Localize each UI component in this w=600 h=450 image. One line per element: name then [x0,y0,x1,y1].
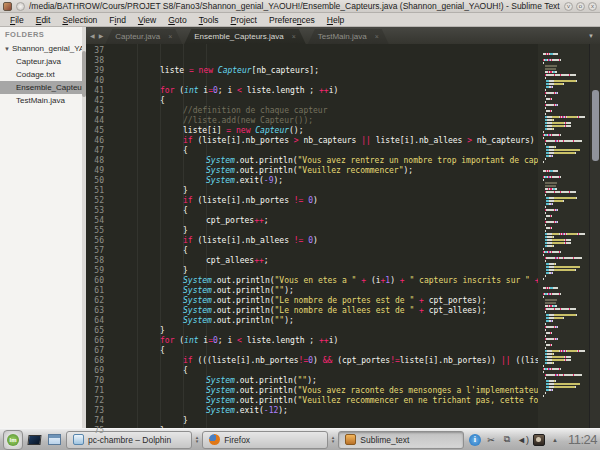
line-number: 57 [86,246,104,256]
task-button-dolphin[interactable]: pc-chambre – Dolphin [66,431,192,449]
task-scroll-arrows[interactable]: ▴▾ [331,436,336,443]
line-number: 61 [86,286,104,296]
line-number: 73 [86,406,104,416]
editor-column: ◀ ▶ Capteur.java×Ensemble_Capteurs.java×… [86,27,600,428]
minimap-line [540,134,587,136]
minimap-line [540,245,587,247]
minimap-line [540,392,587,394]
tab-close-icon[interactable]: × [168,33,172,40]
indent-guide [183,44,184,428]
editor-body[interactable]: 3738394041424344454647484950515253545556… [86,44,600,428]
menu-find[interactable]: Find [103,14,132,26]
tree-file-codage-txt[interactable]: Codage.txt [0,68,86,81]
code-line-37 [114,46,538,56]
menu-help[interactable]: Help [321,14,350,26]
window-menu-button[interactable] [16,2,25,11]
minimap-line [540,89,587,91]
minimap-line [540,368,587,370]
code-line-58: cpt_allees++; [114,256,538,266]
menu-preferences[interactable]: Preferences [263,14,321,26]
menu-file[interactable]: File [4,14,30,26]
menu-project[interactable]: Project [225,14,263,26]
minimap-line [540,230,587,232]
task-button-firefox[interactable]: Firefox [202,431,328,449]
minimap-line [540,359,587,361]
tab-scroll-right-icon[interactable]: ▶ [97,32,106,39]
mint-menu-button[interactable]: lm [3,430,23,450]
code-line-54: cpt_portes++; [114,216,538,226]
clock[interactable]: 11:24 [568,432,597,447]
line-number: 49 [86,166,104,176]
line-number: 42 [86,96,104,106]
tree-file-capteur-java[interactable]: Capteur.java [0,55,86,68]
minimap-line [540,59,587,61]
editor-scrollbar-thumb[interactable] [592,90,599,161]
minimap-line [540,329,587,331]
tab-overflow-icon[interactable]: ▼ [582,33,600,39]
task-label: Sublime_text [360,435,409,445]
user-photo-icon[interactable] [533,434,545,446]
code-line-68: if (((liste[i].nb_portes!=0) && (cpt_por… [114,356,538,366]
line-number: 53 [86,206,104,216]
minimap-line [540,380,587,382]
tree-folder-root[interactable]: ▼Shannon_genial_YAOUH! [0,42,86,55]
minimap-line [540,95,587,97]
tab-ensemble-capteurs-java[interactable]: Ensemble_Capteurs.java× [184,29,305,44]
minimap-line [540,146,587,148]
line-number: 59 [86,266,104,276]
minimap[interactable] [538,44,589,428]
close-button[interactable]: x [588,2,597,11]
minimap-line [540,77,587,79]
maximize-button[interactable]: o [576,2,585,11]
minimap-line [540,284,587,286]
menu-edit[interactable]: Edit [30,14,57,26]
tree-file-testmain-java[interactable]: TestMain.java [0,94,86,107]
code-area[interactable]: liste = new Capteur[nb_capteurs];for (in… [108,44,538,428]
task-scroll-arrows[interactable]: ▴▾ [195,436,200,443]
tray-expand-arrow-icon[interactable]: ▲ [549,434,561,446]
volume-icon[interactable]: ◄) [517,434,529,446]
line-number-gutter: 3738394041424344454647484950515253545556… [86,44,108,428]
info-icon[interactable]: i [469,434,481,446]
tab-close-icon[interactable]: × [375,33,379,40]
editor-scrollbar[interactable] [589,44,600,428]
code-line-55: } [114,226,538,236]
minimap-line [540,188,587,190]
folder-label: Shannon_genial_YAOUH! [12,44,86,53]
tab-capteur-java[interactable]: Capteur.java× [105,29,182,44]
code-line-45: liste[i] = new Capteur(); [114,126,538,136]
code-line-46: if (liste[i].nb_portes > nb_capteurs || … [114,136,538,146]
minimap-line [540,389,587,391]
show-desktop-button[interactable] [26,432,43,448]
task-button-sublime[interactable]: Sublime_text [338,431,464,449]
minimap-line [540,320,587,322]
minimap-line [540,92,587,94]
minimap-line [540,377,587,379]
minimap-line [540,74,587,76]
network-icon[interactable]: ⧉ [501,434,513,446]
window-titlebar[interactable]: /media/BATHROW/Cours/PROJET S8/Fano3/Sha… [0,0,600,13]
tab-testmain-java[interactable]: TestMain.java× [308,29,389,44]
minimap-line [540,62,587,64]
menu-selection[interactable]: Selection [56,14,103,26]
tree-file-ensemble-capteurs-java[interactable]: Ensemble_Capteurs.java [0,81,86,94]
minimap-line [540,275,587,277]
mint-logo-icon: lm [7,434,19,446]
shade-button[interactable]: v [564,2,573,11]
minimap-line [540,212,587,214]
tab-scroll-left-icon[interactable]: ◀ [88,32,97,39]
clipboard-scissors-icon[interactable]: ✂ [485,434,497,446]
menu-view[interactable]: View [132,14,162,26]
minimap-line [540,326,587,328]
menu-goto[interactable]: Goto [162,14,192,26]
minimap-line [540,338,587,340]
minimap-line [540,356,587,358]
line-number: 64 [86,316,104,326]
line-number: 39 [86,66,104,76]
minimap-line [540,116,587,118]
pager-button[interactable] [46,432,63,448]
minimap-line [540,299,587,301]
show-desktop-icon [27,435,41,445]
tab-close-icon[interactable]: × [292,33,296,40]
menu-tools[interactable]: Tools [193,14,225,26]
